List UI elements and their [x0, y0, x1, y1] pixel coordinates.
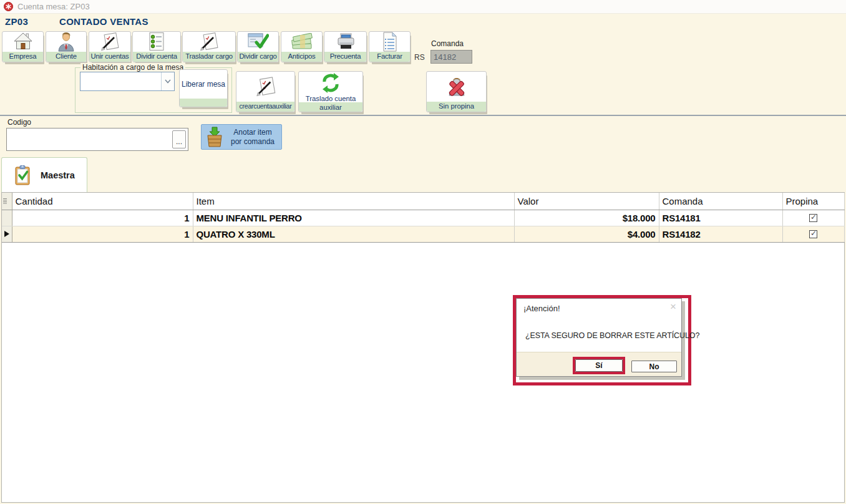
clipboard-check-icon	[13, 164, 32, 187]
unir-cuentas-button[interactable]: Unir cuentas	[89, 31, 131, 62]
invoice-document-icon	[369, 32, 410, 52]
printer-icon	[324, 32, 366, 52]
chevron-down-icon[interactable]	[161, 72, 174, 90]
column-header-valor[interactable]: Valor	[514, 193, 659, 210]
comanda-label: Comanda	[431, 39, 464, 48]
cell-cantidad[interactable]: 1	[12, 210, 193, 226]
yes-button[interactable]: Sí	[575, 359, 623, 372]
sin-propina-button[interactable]: Sin propina	[426, 71, 487, 112]
codigo-input[interactable]	[7, 128, 188, 150]
anotar-item-button[interactable]: Anotar item por comanda	[201, 124, 282, 150]
table-row-selected[interactable]: 1 QUATRO X 330ML $4.000 RS14182	[2, 226, 844, 242]
column-header-item[interactable]: Item	[193, 193, 514, 210]
window-check-icon	[238, 32, 278, 52]
items-grid: Cantidad Item Valor Comanda Propina 1 ME…	[1, 192, 845, 503]
anticipos-button[interactable]: Anticipos	[281, 31, 323, 62]
tab-maestra-label: Maestra	[41, 170, 75, 180]
row-selector[interactable]	[2, 210, 12, 226]
cell-cantidad[interactable]: 1	[12, 226, 193, 242]
dialog-message: ¿ESTA SEGURO DE BORRAR ESTE ARTÍCULO?	[525, 331, 699, 340]
note-pen-icon	[183, 32, 235, 52]
propina-checkbox[interactable]	[809, 214, 817, 222]
trasladar-cargo-button[interactable]: Trasladar cargo	[182, 31, 236, 62]
cell-item[interactable]: QUATRO X 330ML	[193, 226, 514, 242]
checklist-icon	[133, 32, 180, 52]
traslado-cuenta-auxiliar-label: Traslado cuenta auxiliar	[299, 94, 362, 112]
close-icon[interactable]: ×	[670, 301, 676, 313]
codigo-browse-button[interactable]: ...	[172, 130, 186, 148]
confirm-delete-dialog: ¡Atención! × ¿ESTA SEGURO DE BORRAR ESTE…	[516, 298, 682, 377]
money-icon	[281, 32, 322, 52]
habitacion-group-label: Habitación a cargo de la mesa	[80, 63, 185, 72]
section-divider	[0, 115, 846, 116]
empresa-button[interactable]: Empresa	[2, 31, 44, 62]
row-selector-current[interactable]	[2, 226, 12, 242]
note-pen-icon	[89, 32, 130, 52]
traslado-cuenta-auxiliar-button[interactable]: Traslado cuenta auxiliar	[298, 71, 363, 112]
dividir-cuenta-button[interactable]: Dividir cuenta	[132, 31, 181, 62]
table-code-label: ZP03	[5, 16, 28, 27]
crear-cuenta-auxiliar-button[interactable]: crearcuentaauxiliar	[236, 71, 295, 112]
tab-maestra[interactable]: Maestra	[1, 157, 87, 192]
app-badge-icon	[4, 2, 13, 11]
no-tip-icon	[427, 72, 486, 102]
grid-selector-header[interactable]	[2, 193, 12, 210]
dividir-cargo-button[interactable]: Dividir cargo	[237, 31, 279, 62]
column-header-comanda[interactable]: Comanda	[659, 193, 782, 210]
liberar-mesa-label: Liberar mesa	[180, 70, 227, 99]
dialog-title: ¡Atención!	[523, 304, 560, 313]
comanda-input[interactable]	[430, 50, 472, 64]
note-pen-icon	[236, 72, 294, 102]
sin-propina-label: Sin propina	[427, 102, 486, 112]
box-down-arrow-icon	[205, 127, 224, 148]
house-icon	[2, 32, 43, 52]
app-window: Cuenta mesa: ZP03 ZP03 CONTADO VENTAS Em…	[0, 0, 846, 504]
rs-label: RS	[414, 53, 425, 62]
person-icon	[46, 32, 86, 52]
recycle-arrows-icon	[299, 72, 362, 94]
propina-checkbox[interactable]	[809, 230, 817, 238]
cell-valor[interactable]: $18.000	[514, 210, 659, 226]
window-title: Cuenta mesa: ZP03	[17, 2, 90, 11]
cell-item[interactable]: MENU INFANTIL PERRO	[193, 210, 514, 226]
cell-valor[interactable]: $4.000	[514, 226, 659, 242]
codigo-label: Codigo	[7, 118, 31, 127]
crear-cuenta-auxiliar-label: crearcuentaauxiliar	[236, 102, 294, 112]
cell-propina[interactable]	[782, 226, 844, 242]
liberar-mesa-button[interactable]: Liberar mesa	[179, 69, 228, 107]
table-row[interactable]: 1 MENU INFANTIL PERRO $18.000 RS14181	[2, 210, 844, 226]
column-header-cantidad[interactable]: Cantidad	[12, 193, 193, 210]
current-row-arrow-icon	[4, 231, 9, 237]
grid-header-row: Cantidad Item Valor Comanda Propina	[2, 193, 844, 210]
column-header-propina[interactable]: Propina	[782, 193, 844, 210]
anotar-item-label: Anotar item por comanda	[224, 128, 281, 147]
habitacion-combo-value	[80, 72, 161, 90]
sale-type-label: CONTADO VENTAS	[59, 16, 148, 27]
cell-comanda[interactable]: RS14181	[659, 210, 782, 226]
no-button[interactable]: No	[631, 361, 677, 372]
precuenta-button[interactable]: Precuenta	[324, 31, 367, 62]
cell-propina[interactable]	[782, 210, 844, 226]
facturar-button[interactable]: Facturar	[369, 31, 411, 62]
codigo-field: ...	[6, 128, 188, 151]
green-strip	[180, 99, 227, 107]
cell-comanda[interactable]: RS14182	[659, 226, 782, 242]
cliente-button[interactable]: Cliente	[46, 31, 87, 62]
dialog-annotation-box: ¡Atención! × ¿ESTA SEGURO DE BORRAR ESTE…	[513, 295, 691, 385]
habitacion-combobox[interactable]	[80, 72, 175, 91]
yes-button-annotation-box: Sí	[573, 357, 625, 374]
title-bar: Cuenta mesa: ZP03	[0, 0, 846, 14]
